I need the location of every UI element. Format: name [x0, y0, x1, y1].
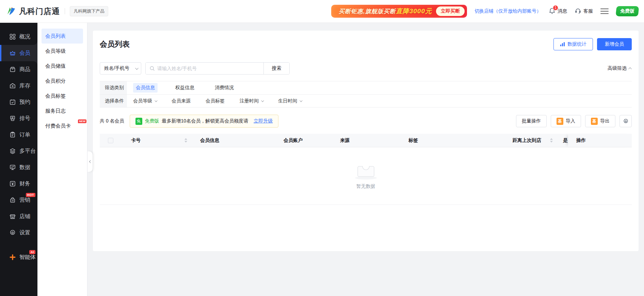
- filter-panel: 筛选类别 会员信息 权益信息 消费情况 选择条件 会员等级 会员来源 会员标签 …: [100, 81, 632, 108]
- sidebar-item-agent[interactable]: 智能体 AI: [0, 249, 37, 265]
- gear-icon: [9, 229, 16, 236]
- data-statistics-button[interactable]: 数据统计: [553, 38, 593, 50]
- sidebar-item-queue[interactable]: 排号: [0, 110, 37, 127]
- warehouse-icon: [9, 82, 16, 89]
- import-button[interactable]: 基 导入: [551, 115, 581, 127]
- col-tags: 标签: [408, 137, 418, 144]
- sidebar-item-marketing[interactable]: 营销 HOT: [0, 192, 37, 208]
- switch-store-link[interactable]: 切换店铺（仅开放给内部账号）: [474, 8, 541, 14]
- member-count: 共 0 名会员: [100, 118, 124, 124]
- logo-area: 凡科门店通 凡科网旗下产品: [6, 6, 108, 17]
- submenu-paid-member-card[interactable]: 付费会员卡 NEW: [42, 118, 83, 133]
- filter-tab-rights-info[interactable]: 权益信息: [173, 83, 197, 93]
- col-truncated: 是: [563, 137, 568, 144]
- bell-icon: 1: [549, 7, 556, 15]
- hot-badge: HOT: [26, 193, 36, 197]
- menu-icon[interactable]: [600, 7, 609, 15]
- filter-tab-member-info[interactable]: 会员信息: [133, 83, 158, 93]
- condition-register-time[interactable]: 注册时间: [240, 98, 263, 104]
- filter-condition-label: 选择条件: [100, 95, 127, 107]
- sidebar-item-data[interactable]: 数据: [0, 159, 37, 176]
- version-badge[interactable]: 免费版: [615, 6, 639, 16]
- submenu-service-log[interactable]: 服务日志: [42, 103, 83, 118]
- ai-badge: AI: [29, 250, 35, 254]
- chevron-left-icon: [89, 160, 92, 163]
- sidebar-item-members[interactable]: 会员: [0, 45, 37, 61]
- empty-state: 暂无数据: [100, 147, 632, 205]
- chevron-down-icon: [300, 99, 302, 102]
- search-icon: [149, 66, 155, 71]
- tier-badge: 基: [557, 118, 563, 125]
- yuan-icon: [9, 180, 16, 187]
- tier-badge: 基: [591, 118, 598, 125]
- sidebar-item-store[interactable]: 店铺: [0, 208, 37, 225]
- col-member-account: 会员账户: [284, 137, 303, 144]
- package-icon: [9, 66, 16, 73]
- monitor-chart-icon: [9, 164, 16, 171]
- secondary-sidebar: 会员列表 会员等级 会员储值 会员积分 会员标签 服务日志 付费会员卡 NEW: [37, 22, 87, 296]
- customer-service-label: 客服: [583, 8, 593, 14]
- col-last-visit: 距离上次到店: [513, 137, 541, 144]
- col-member-info: 会员信息: [200, 137, 219, 144]
- primary-sidebar: 概况 会员 商品 库存: [0, 22, 37, 296]
- clipboard-icon: [9, 131, 16, 138]
- export-button[interactable]: 基 导出: [585, 115, 615, 127]
- search-button[interactable]: 搜索: [263, 63, 289, 74]
- submenu-member-points[interactable]: 会员积分: [42, 73, 83, 88]
- table-header: 卡号 会员信息 会员账户 来源 标签 距离上次到店 是 操作: [100, 134, 632, 147]
- search-field-select[interactable]: 姓名/手机号: [100, 62, 141, 75]
- chevron-down-icon: [155, 99, 157, 102]
- sidebar-item-multiplatform[interactable]: 多平台: [0, 143, 37, 159]
- app-title: 凡科门店通: [19, 6, 60, 17]
- main-content: 会员列表 数据统计 新增会员 姓名/手机号: [87, 22, 644, 296]
- sidebar-item-finance[interactable]: 财务: [0, 176, 37, 192]
- member-list-card: 会员列表 数据统计 新增会员 姓名/手机号: [93, 31, 639, 251]
- condition-member-tag[interactable]: 会员标签: [206, 98, 225, 104]
- bar-chart-icon: [560, 42, 565, 47]
- new-badge: NEW: [78, 119, 86, 123]
- upgrade-link[interactable]: 立即升级: [254, 118, 273, 124]
- free-version-tag: 免费版: [145, 118, 159, 124]
- sidebar-collapse-handle[interactable]: [87, 151, 93, 172]
- column-settings-button[interactable]: [619, 115, 632, 127]
- advanced-filter-toggle[interactable]: 高级筛选: [608, 65, 632, 71]
- add-member-button[interactable]: 新增会员: [597, 38, 632, 50]
- sidebar-item-settings[interactable]: 设置: [0, 225, 37, 241]
- calendar-check-icon: [9, 99, 16, 105]
- sidebar-item-overview[interactable]: 概况: [0, 29, 37, 45]
- page-title: 会员列表: [100, 39, 130, 49]
- sidebar-item-inventory[interactable]: 库存: [0, 78, 37, 94]
- empty-text: 暂无数据: [356, 183, 375, 190]
- submenu-member-level[interactable]: 会员等级: [42, 44, 83, 59]
- ai-agent-icon: [9, 254, 16, 261]
- sidebar-item-booking[interactable]: 预约: [0, 94, 37, 110]
- messages-button[interactable]: 1 消息: [549, 7, 567, 15]
- promo-buy-button[interactable]: 立即买断: [436, 6, 465, 16]
- free-icon: 免: [135, 118, 142, 125]
- sidebar-item-orders[interactable]: 订单: [0, 127, 37, 143]
- col-actions: 操作: [568, 134, 632, 147]
- submenu-member-tags[interactable]: 会员标签: [42, 88, 83, 103]
- condition-birthday-time[interactable]: 生日时间: [278, 98, 302, 104]
- customer-service-button[interactable]: 客服: [575, 7, 593, 15]
- submenu-member-stored-value[interactable]: 会员储值: [42, 59, 83, 73]
- promo-banner[interactable]: 买断钜惠,旗舰版买断直降3000元 立即买断: [331, 5, 467, 18]
- select-all-checkbox[interactable]: [108, 138, 113, 143]
- sort-last-visit[interactable]: [550, 138, 553, 143]
- headset-icon: [575, 7, 581, 15]
- batch-actions-button[interactable]: 批量操作: [516, 115, 547, 127]
- condition-member-level[interactable]: 会员等级: [133, 98, 157, 104]
- logo-sub-badge: 凡科网旗下产品: [70, 6, 108, 16]
- divider: [65, 8, 65, 14]
- filter-tab-consumption[interactable]: 消费情况: [212, 83, 237, 93]
- promo-text: 买断钜惠,旗舰版买断直降3000元: [339, 7, 432, 16]
- crown-icon: [9, 50, 16, 56]
- condition-member-source[interactable]: 会员来源: [172, 98, 191, 104]
- chevron-down-icon: [261, 99, 264, 102]
- sidebar-item-products[interactable]: 商品: [0, 61, 37, 78]
- sort-card-number[interactable]: [184, 138, 187, 143]
- ticket-icon: [9, 115, 16, 122]
- chevron-up-icon: [628, 67, 632, 70]
- submenu-member-list[interactable]: 会员列表: [42, 29, 83, 44]
- search-input[interactable]: [146, 63, 263, 74]
